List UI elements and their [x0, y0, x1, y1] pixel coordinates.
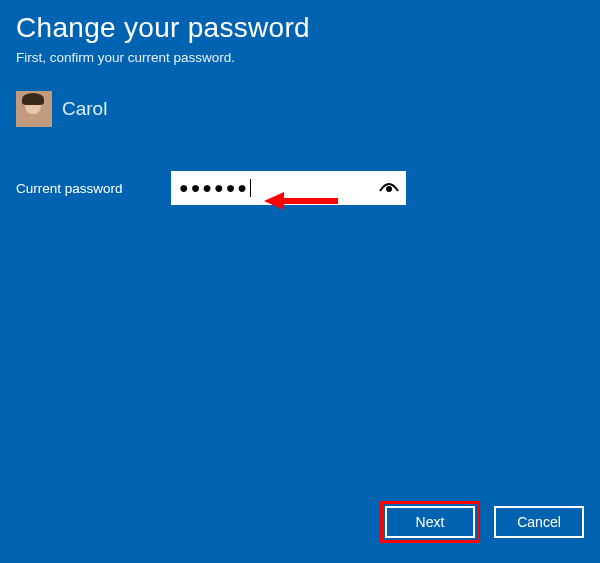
password-masked-value: ●●●●●● [179, 180, 249, 196]
svg-point-0 [386, 186, 392, 192]
password-reveal-icon[interactable] [378, 177, 400, 199]
current-password-row: Current password ●●●●●● [16, 171, 584, 205]
page-title: Change your password [16, 12, 584, 44]
current-password-input[interactable]: ●●●●●● [171, 171, 406, 205]
cancel-button[interactable]: Cancel [494, 506, 584, 538]
text-cursor [250, 179, 251, 197]
next-button[interactable]: Next [385, 506, 475, 538]
user-info: Carol [16, 91, 584, 127]
current-password-label: Current password [16, 181, 171, 196]
page-subtitle: First, confirm your current password. [16, 50, 584, 65]
dialog-buttons: Next Cancel [380, 501, 584, 543]
user-name: Carol [62, 98, 107, 120]
next-button-highlight: Next [380, 501, 480, 543]
avatar [16, 91, 52, 127]
